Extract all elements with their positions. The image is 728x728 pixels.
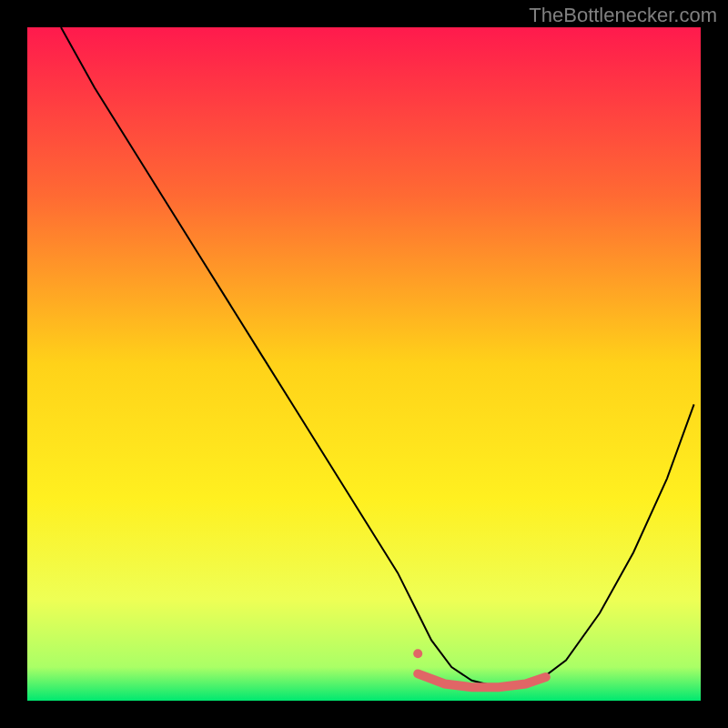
chart-container: TheBottlenecker.com [0, 0, 728, 728]
chart-plot [27, 27, 701, 701]
chart-background [27, 27, 701, 701]
highlight-dot-icon [413, 649, 422, 658]
watermark-text: TheBottlenecker.com [529, 4, 717, 27]
chart-svg [27, 27, 701, 701]
